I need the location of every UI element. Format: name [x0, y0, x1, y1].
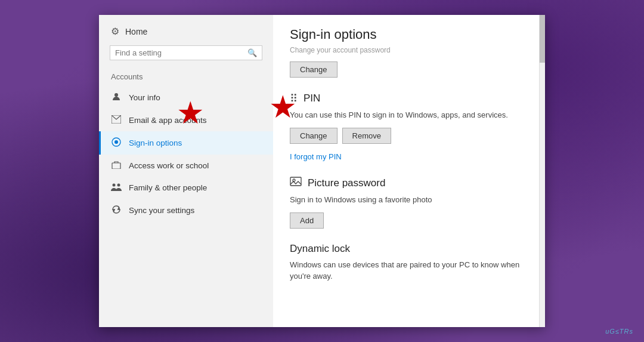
sync-icon: [111, 205, 122, 216]
pin-heading: ⠿ PIN: [290, 92, 528, 105]
dynamic-lock-heading-text: Dynamic lock: [290, 243, 350, 255]
sidebar-item-sync-settings[interactable]: Sync your settings: [99, 199, 273, 222]
change-password-button[interactable]: Change: [290, 61, 338, 78]
sign-in-icon: [111, 137, 122, 149]
sidebar-item-email-app-accounts[interactable]: Email & app accounts: [99, 109, 273, 131]
pin-remove-button[interactable]: Remove: [342, 128, 391, 144]
sidebar-item-label-email: Email & app accounts: [129, 116, 207, 125]
scrollbar[interactable]: [539, 15, 545, 327]
sidebar-item-sign-in-options[interactable]: Sign-in options: [99, 131, 273, 155]
family-icon: [111, 183, 122, 193]
page-title: Sign-in options: [290, 27, 528, 42]
sidebar-item-your-info[interactable]: Your info: [99, 86, 273, 109]
picture-password-heading-text: Picture password: [308, 177, 385, 189]
picture-password-add-button[interactable]: Add: [290, 212, 324, 229]
dynamic-lock-section: Dynamic lock Windows can use devices tha…: [290, 243, 528, 281]
sidebar-item-label-access: Access work or school: [129, 161, 209, 170]
settings-window: ⚙ Home 🔍 Accounts Your info Email & app …: [99, 15, 545, 327]
search-button[interactable]: 🔍: [247, 48, 257, 57]
picture-password-section: Picture password Sign in to Windows usin…: [290, 176, 528, 229]
home-nav-item[interactable]: ⚙ Home: [99, 15, 273, 45]
search-input[interactable]: [115, 48, 247, 57]
dynamic-lock-heading: Dynamic lock: [290, 243, 528, 255]
search-box[interactable]: 🔍: [110, 45, 262, 60]
sidebar-item-family-other-people[interactable]: Family & other people: [99, 177, 273, 199]
accounts-section-label: Accounts: [99, 70, 273, 86]
svg-point-6: [117, 184, 120, 187]
forgot-pin-link[interactable]: I forgot my PIN: [290, 152, 342, 161]
email-icon: [111, 115, 122, 125]
sidebar: ⚙ Home 🔍 Accounts Your info Email & app …: [99, 15, 273, 327]
pin-section: ⠿ PIN You can use this PIN to sign in to…: [290, 92, 528, 162]
pin-btn-row: Change Remove: [290, 128, 528, 144]
sidebar-item-label-sign-in: Sign-in options: [129, 138, 182, 147]
picture-password-desc: Sign in to Windows using a favorite phot…: [290, 195, 528, 205]
pin-change-button[interactable]: Change: [290, 128, 338, 144]
dynamic-lock-desc: Windows can use devices that are paired …: [290, 260, 528, 281]
sidebar-item-label-sync: Sync your settings: [129, 206, 194, 215]
sidebar-item-access-work-school[interactable]: Access work or school: [99, 155, 273, 177]
main-content: Sign-in options Change your account pass…: [273, 15, 545, 327]
pin-icon: ⠿: [290, 92, 298, 105]
picture-password-heading: Picture password: [290, 176, 528, 190]
work-school-icon: [111, 161, 122, 171]
svg-point-0: [114, 93, 118, 97]
your-info-icon: [111, 92, 122, 103]
svg-rect-4: [112, 163, 120, 169]
home-icon: ⚙: [111, 26, 119, 37]
svg-point-8: [293, 179, 295, 181]
sidebar-item-label-your-info: Your info: [129, 93, 160, 102]
watermark: uG≤TRs: [605, 328, 633, 335]
svg-point-5: [113, 184, 116, 187]
sidebar-item-label-family: Family & other people: [129, 183, 207, 192]
home-label: Home: [125, 27, 147, 36]
cut-text: Change your account password: [290, 46, 528, 54]
svg-point-3: [114, 140, 118, 144]
pin-heading-text: PIN: [304, 93, 320, 104]
picture-password-icon: [290, 176, 302, 190]
pin-description: You can use this PIN to sign in to Windo…: [290, 110, 528, 121]
scrollbar-thumb[interactable]: [540, 15, 545, 63]
